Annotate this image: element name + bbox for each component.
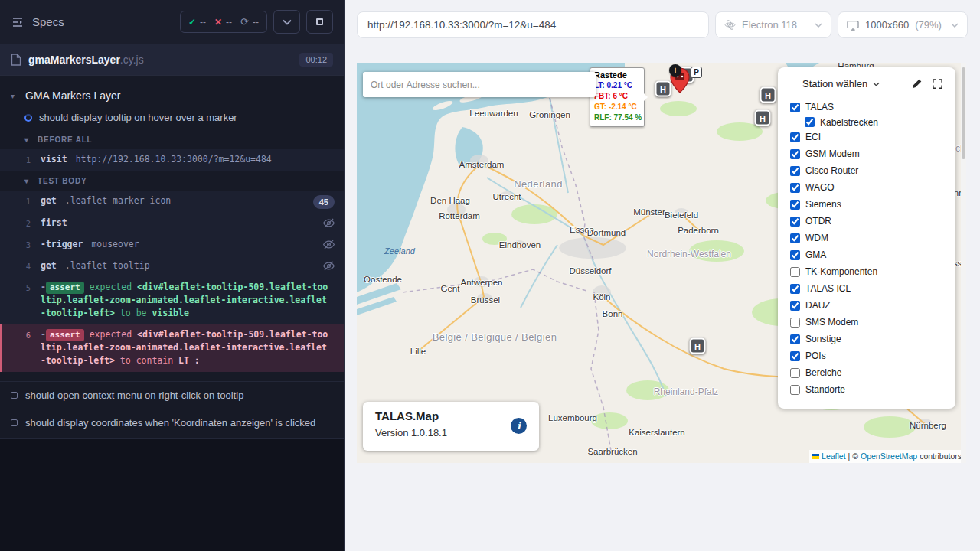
suite-header[interactable]: ▾ GMA Markers Layer — [0, 83, 344, 108]
test-stats[interactable]: ✓-- ✕-- ⟳-- — [180, 11, 267, 33]
command-number: 4 — [0, 259, 31, 273]
layer-checkbox[interactable] — [790, 233, 800, 243]
layer-checkbox[interactable] — [790, 132, 800, 142]
station-marker[interactable]: H — [760, 87, 776, 103]
layer-item: SMS Modem — [790, 314, 943, 331]
stop-icon — [316, 18, 323, 25]
station-marker[interactable]: H — [755, 110, 771, 126]
scrollbar-thumb[interactable] — [962, 67, 965, 159]
layer-item: TK-Komponenten — [790, 263, 943, 280]
layer-label: SMS Modem — [805, 317, 858, 328]
stop-run-button[interactable] — [306, 10, 333, 34]
ukraine-flag-icon — [812, 454, 819, 459]
chevron-down-icon — [873, 82, 880, 86]
map-viewport[interactable]: HamburgBremenLeeuwardenGroningenNiedersa… — [357, 63, 966, 463]
layer-checkbox[interactable] — [790, 351, 800, 361]
info-icon[interactable]: i — [511, 418, 527, 434]
section-before-all[interactable]: ▾ BEFORE ALL — [0, 129, 344, 149]
add-marker-button[interactable]: + — [669, 64, 681, 77]
leaflet-link[interactable]: Leaflet — [822, 452, 846, 461]
viewport-select[interactable]: 1000x660 (79%) — [838, 11, 968, 38]
station-checkbox-list: TALASKabelstreckenECIGSM ModemCisco Rout… — [790, 99, 943, 398]
layer-checkbox[interactable] — [790, 200, 800, 210]
layer-checkbox[interactable] — [790, 267, 800, 277]
command-method: visit — [41, 154, 67, 165]
layer-checkbox[interactable] — [790, 183, 800, 193]
station-panel: Station wählen TALASKabelstreckenECIGSM … — [778, 67, 956, 409]
layer-checkbox[interactable] — [790, 334, 800, 344]
electron-icon — [724, 19, 736, 31]
command-text: visithttp://192.168.10.33:3000/?m=12&u=4… — [41, 153, 328, 166]
check-icon: ✓ — [188, 17, 196, 28]
aut-header: http://192.168.10.33:3000/?m=12&u=484 El… — [345, 0, 980, 38]
layer-checkbox[interactable] — [790, 301, 800, 311]
layer-checkbox[interactable] — [790, 284, 800, 294]
layer-item: Kabelstrecken — [805, 116, 943, 129]
specs-title[interactable]: Specs — [32, 15, 64, 28]
command-row[interactable]: 1get.leaflet-marker-icon45 — [0, 191, 344, 214]
cypress-app: Specs ✓-- ✕-- ⟳-- gmaMarkersLayer.cy.js … — [0, 0, 980, 551]
command-row[interactable]: 6-assert expected <div#leaflet-tooltip-5… — [0, 324, 344, 372]
command-number: 1 — [0, 153, 31, 167]
pending-test[interactable]: should open context menu on right-click … — [0, 381, 344, 409]
map-scrollbar — [961, 63, 966, 463]
layer-label: WAGO — [805, 182, 835, 193]
chevron-down-icon: ▾ — [11, 92, 18, 100]
tooltip-row: GT: -2.14 °C — [594, 102, 640, 112]
p-marker-button[interactable]: P — [691, 67, 702, 78]
layer-label: Standorte — [805, 384, 845, 395]
aut-url[interactable]: http://192.168.10.33:3000/?m=12&u=484 — [357, 11, 709, 38]
command-row[interactable]: 2first — [0, 213, 344, 234]
layer-checkbox[interactable] — [790, 149, 800, 159]
station-marker[interactable]: H — [655, 81, 671, 97]
layer-item: Standorte — [790, 381, 943, 398]
layer-checkbox[interactable] — [790, 166, 800, 176]
station-marker[interactable]: H — [690, 338, 706, 354]
osm-link[interactable]: OpenStreetMap — [861, 452, 917, 461]
browser-select[interactable]: Electron 118 — [715, 11, 831, 38]
layer-checkbox[interactable] — [790, 250, 800, 260]
layer-item: ECI — [790, 129, 943, 145]
pending-tests: should open context menu on right-click … — [0, 381, 344, 436]
command-text: get.leaflet-marker-icon — [41, 194, 307, 207]
layer-checkbox[interactable] — [805, 117, 815, 127]
layer-label: Siemens — [805, 199, 841, 210]
command-row[interactable]: 4get.leaflet-tooltip — [0, 256, 344, 277]
marker-tooltip[interactable]: Rastede LT: 0.21 °CFBT: 6 °CGT: -2.14 °C… — [590, 67, 645, 127]
hidden-eye-icon — [317, 259, 335, 272]
command-row[interactable]: 1visithttp://192.168.10.33:3000/?m=12&u=… — [0, 149, 344, 171]
collapse-all-button[interactable] — [273, 10, 300, 34]
layer-checkbox[interactable] — [790, 368, 800, 378]
command-row[interactable]: 3-triggermouseover — [0, 234, 344, 256]
layer-label: Sonstige — [805, 334, 841, 344]
expand-icon[interactable] — [932, 78, 943, 90]
layer-item: DAUZ — [790, 297, 943, 314]
layer-label: GMA — [805, 249, 826, 260]
tooltip-values: LT: 0.21 °CFBT: 6 °CGT: -2.14 °CRLF: 77.… — [594, 80, 640, 123]
command-number: 3 — [0, 238, 31, 252]
command-text: get.leaflet-tooltip — [41, 259, 317, 272]
active-test[interactable]: should display tooltip on hover over a m… — [0, 108, 344, 129]
layer-label: Cisco Router — [805, 165, 858, 176]
specs-menu-icon[interactable] — [11, 15, 24, 29]
command-row[interactable]: 5-assert expected <div#leaflet-tooltip-5… — [0, 277, 344, 324]
layer-checkbox[interactable] — [790, 318, 800, 328]
section-test-body[interactable]: ▾ TEST BODY — [0, 171, 344, 191]
edit-pencil-icon[interactable] — [911, 78, 923, 90]
layer-label: Kabelstrecken — [820, 117, 878, 128]
app-version: Version 1.0.18.1 — [375, 427, 527, 439]
command-text: -assert expected <div#leaflet-tooltip-50… — [41, 328, 328, 368]
layer-checkbox[interactable] — [790, 385, 800, 395]
layer-checkbox[interactable] — [790, 103, 800, 112]
pending-test-title: should display coordinates when 'Koordin… — [25, 417, 315, 429]
app-info-panel: TALAS.Map Version 1.0.18.1 i — [363, 402, 539, 451]
spec-file[interactable]: gmaMarkersLayer.cy.js 00:12 — [0, 44, 344, 76]
spec-name: gmaMarkersLayer.cy.js — [28, 54, 144, 66]
pending-test[interactable]: should display coordinates when 'Koordin… — [0, 409, 344, 436]
layer-label: OTDR — [805, 216, 831, 227]
command-number: 1 — [0, 194, 31, 208]
search-input[interactable] — [371, 80, 588, 90]
station-select[interactable]: Station wählen — [802, 78, 880, 90]
layer-checkbox[interactable] — [790, 217, 800, 227]
stat-failed: ✕-- — [214, 17, 232, 28]
